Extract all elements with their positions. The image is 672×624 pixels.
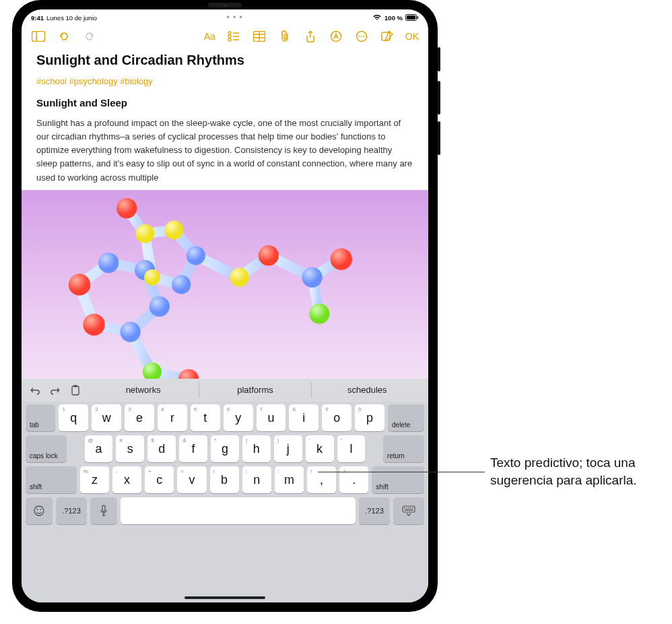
key-comma[interactable]: !,	[307, 466, 336, 493]
wifi-icon	[372, 14, 382, 21]
battery-icon	[405, 14, 419, 21]
key-o[interactable]: 9o	[322, 404, 351, 431]
done-button[interactable]: OK	[405, 31, 419, 42]
callout-text: Texto predictivo; toca una sugerencia pa…	[490, 454, 664, 489]
note-body-area[interactable]: Sunlight and Circadian Rhythms #school #…	[22, 49, 428, 190]
key-w[interactable]: 2w	[92, 404, 121, 431]
key-s[interactable]: #s	[116, 435, 144, 462]
key-space[interactable]	[121, 497, 356, 524]
svg-point-30	[98, 253, 119, 273]
hide-keyboard-icon	[402, 505, 415, 516]
share-icon[interactable]	[303, 29, 318, 44]
key-c[interactable]: +c	[145, 466, 174, 493]
svg-point-33	[120, 321, 140, 342]
key-a[interactable]: @a	[85, 435, 113, 462]
table-icon[interactable]	[252, 29, 267, 44]
key-i[interactable]: 8i	[289, 404, 318, 431]
svg-point-47	[178, 369, 199, 378]
key-return[interactable]: return	[383, 435, 424, 462]
kb-redo-icon[interactable]	[47, 382, 63, 398]
note-title: Sunlight and Circadian Rhythms	[36, 53, 413, 68]
key-hide-keyboard[interactable]	[393, 497, 424, 524]
key-p[interactable]: 0p	[355, 404, 384, 431]
svg-point-19	[363, 36, 364, 37]
svg-point-41	[230, 268, 249, 286]
svg-point-44	[331, 248, 352, 270]
key-shift-right[interactable]: shift	[372, 466, 424, 493]
kb-undo-icon[interactable]	[27, 382, 43, 398]
svg-point-36	[164, 220, 183, 239]
sidebar-toggle-icon[interactable]	[31, 29, 46, 44]
key-x[interactable]: -x	[112, 466, 141, 493]
key-n[interactable]: ;n	[242, 466, 271, 493]
key-r[interactable]: 4r	[158, 404, 187, 431]
key-f[interactable]: &f	[179, 435, 207, 462]
more-icon[interactable]	[354, 29, 369, 44]
key-symbols-right[interactable]: .?123	[359, 497, 390, 524]
volume-down-button[interactable]	[438, 81, 440, 115]
emoji-icon	[33, 505, 45, 517]
callout-leader-line	[318, 472, 485, 472]
toolbar: Aa OK	[22, 24, 428, 49]
key-q[interactable]: 1q	[59, 404, 88, 431]
key-z[interactable]: %z	[80, 466, 109, 493]
svg-rect-57	[408, 507, 409, 509]
kb-clipboard-icon[interactable]	[67, 382, 83, 398]
key-emoji[interactable]	[26, 497, 53, 524]
svg-point-34	[83, 313, 104, 335]
note-tags[interactable]: #school #psychology #biology	[36, 76, 413, 86]
svg-point-42	[259, 245, 279, 266]
svg-point-17	[358, 36, 360, 37]
key-k[interactable]: 'k	[306, 435, 334, 462]
markup-icon[interactable]	[329, 29, 343, 44]
key-l[interactable]: "l	[337, 435, 366, 462]
side-button[interactable]	[438, 121, 440, 155]
key-y[interactable]: 6y	[224, 404, 253, 431]
key-delete[interactable]: delete	[388, 404, 424, 431]
key-m[interactable]: :m	[275, 466, 304, 493]
key-h[interactable]: (h	[242, 435, 271, 462]
key-j[interactable]: )j	[274, 435, 302, 462]
key-tab[interactable]: tab	[26, 404, 55, 431]
svg-rect-53	[102, 505, 105, 511]
key-e[interactable]: 3e	[125, 404, 154, 431]
key-dictation[interactable]	[90, 497, 117, 524]
attachment-icon[interactable]	[277, 29, 292, 44]
key-t[interactable]: 5t	[191, 404, 220, 431]
svg-rect-60	[405, 509, 413, 511]
volume-up-button[interactable]	[438, 47, 440, 71]
note-paragraph: Sunlight has a profound impact on the sl…	[36, 117, 413, 185]
front-camera	[208, 3, 242, 7]
svg-rect-1	[407, 15, 415, 20]
key-symbols-left[interactable]: .?123	[56, 497, 87, 524]
keyboard-toolbar: networks platforms schedules	[22, 379, 428, 402]
svg-point-43	[302, 267, 322, 287]
svg-point-52	[40, 509, 42, 510]
status-center-dots[interactable]: • • •	[97, 13, 372, 22]
keyboard: networks platforms schedules tab 1q 2w 3…	[22, 379, 428, 602]
key-u[interactable]: 7u	[257, 404, 286, 431]
key-shift-left[interactable]: shift	[26, 466, 77, 493]
format-button[interactable]: Aa	[204, 31, 215, 42]
status-date: Lunes 10 de junio	[46, 14, 97, 22]
key-period[interactable]: ?.	[339, 466, 368, 493]
svg-point-9	[228, 38, 231, 41]
svg-rect-58	[410, 507, 411, 509]
undo-icon[interactable]	[57, 29, 71, 44]
predictive-suggestion-3[interactable]: schedules	[311, 382, 423, 398]
key-capslock[interactable]: caps lock	[26, 435, 67, 462]
svg-rect-56	[406, 507, 407, 509]
compose-icon[interactable]	[380, 29, 395, 44]
note-image-molecule	[22, 190, 428, 379]
key-g[interactable]: *g	[211, 435, 239, 462]
key-v[interactable]: =v	[177, 466, 206, 493]
predictive-suggestion-1[interactable]: networks	[88, 382, 199, 398]
svg-point-32	[149, 296, 170, 316]
svg-rect-49	[74, 385, 77, 387]
home-indicator[interactable]	[184, 596, 265, 599]
predictive-suggestion-2[interactable]: platforms	[199, 382, 310, 398]
key-d[interactable]: $d	[147, 435, 176, 462]
svg-point-40	[116, 198, 137, 218]
key-b[interactable]: /b	[210, 466, 239, 493]
checklist-icon[interactable]	[226, 29, 241, 44]
